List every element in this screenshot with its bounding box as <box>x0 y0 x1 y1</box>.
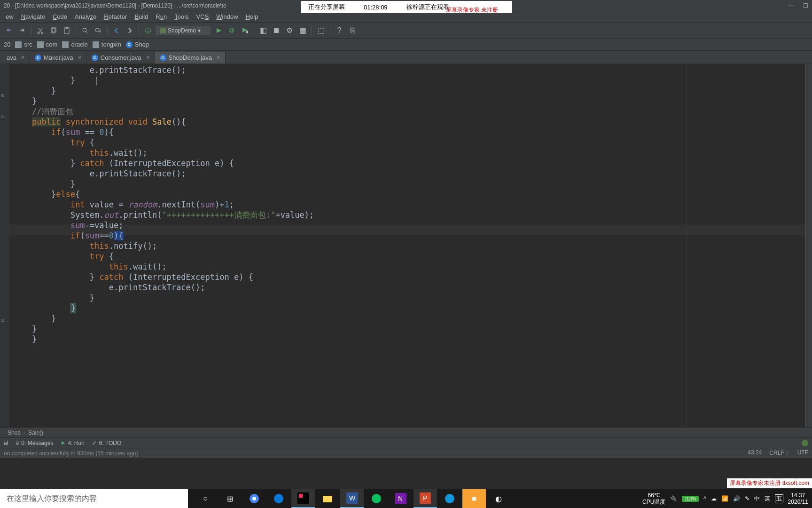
paste-button[interactable] <box>62 25 72 36</box>
tab-java[interactable]: ava✕ <box>2 52 30 64</box>
onenote-icon[interactable]: N <box>389 489 413 508</box>
close-icon[interactable]: ✕ <box>216 55 220 61</box>
ime-wu[interactable]: 五 <box>775 494 783 503</box>
menu-run[interactable]: Run <box>152 12 171 21</box>
menu-help[interactable]: Help <box>242 12 262 21</box>
word-icon[interactable]: W <box>340 489 364 508</box>
crumb-com[interactable]: com <box>37 41 58 48</box>
redo-button[interactable] <box>17 25 27 36</box>
volume-icon[interactable]: 🔊 <box>733 495 740 502</box>
chrome-icon[interactable] <box>242 489 266 508</box>
ime-en[interactable]: 英 <box>765 495 770 503</box>
menu-vcs[interactable]: VCS <box>193 12 213 21</box>
tab-consumer[interactable]: CConsumer.java✕ <box>87 52 155 64</box>
code-editor[interactable]: ⊟ ⊟ ⊟ e.printStackTrace(); } | } } //消费面… <box>0 64 812 427</box>
status-bar: on completed successfully in 930ms (15 m… <box>0 448 812 458</box>
svg-point-14 <box>274 494 283 503</box>
wifi-icon[interactable]: 📶 <box>721 495 728 502</box>
battery-indicator[interactable]: 100% <box>682 496 699 502</box>
scroll-markers[interactable] <box>805 64 812 427</box>
power-icon[interactable]: 🔌 <box>670 495 677 502</box>
onedrive-icon[interactable]: ☁ <box>711 495 717 502</box>
menu-window[interactable]: Window <box>212 12 242 21</box>
run-config-selector[interactable]: ShopDemo ▾ <box>156 26 211 35</box>
menu-view[interactable]: ew <box>2 12 17 21</box>
svg-point-7 <box>95 28 99 32</box>
wechat-icon[interactable] <box>365 489 388 508</box>
tray-chevron-icon[interactable]: ^ <box>703 495 706 502</box>
build-button[interactable] <box>143 25 153 36</box>
maximize-button[interactable]: ☐ <box>803 2 808 9</box>
snipaste-icon[interactable] <box>438 489 461 508</box>
menu-navigate[interactable]: Navigate <box>17 12 49 21</box>
coverage-button[interactable] <box>240 25 250 36</box>
fold-icon[interactable]: ⊟ <box>1 111 7 117</box>
menu-tools[interactable]: Tools <box>171 12 192 21</box>
stop-button[interactable] <box>271 25 281 36</box>
structure-button[interactable]: ▦ <box>297 25 308 36</box>
menu-analyze[interactable]: Analyze <box>71 12 100 21</box>
back-button[interactable] <box>111 25 122 36</box>
find-button[interactable] <box>80 25 90 36</box>
cursor-position[interactable]: 43:24 <box>748 449 762 457</box>
menu-code[interactable]: Code <box>49 12 71 21</box>
ime-zh[interactable]: 中 <box>754 495 760 503</box>
svg-point-0 <box>38 32 39 34</box>
messages-tab[interactable]: ≡ 0: Messages <box>16 440 53 446</box>
crumb-class-name[interactable]: Shop <box>8 429 21 436</box>
crumb-tongxin[interactable]: tongxin <box>93 41 121 48</box>
nav-breadcrumb: 20 src com oracle tongxin CShop <box>0 39 812 51</box>
task-view-icon[interactable]: ⊞ <box>218 489 242 508</box>
editor-gutter[interactable]: ⊟ ⊟ ⊟ <box>0 64 9 427</box>
line-separator[interactable]: CRLF： <box>769 449 789 457</box>
cpu-temp[interactable]: 66℃CPU温度 <box>642 492 665 506</box>
run-tab[interactable]: 4: Run <box>61 440 84 446</box>
terminal-tab[interactable]: al <box>4 440 8 446</box>
clock[interactable]: 14:372020/11 <box>788 492 808 506</box>
svg-rect-5 <box>66 27 68 29</box>
tool-window-tabs: al ≡ 0: Messages 4: Run ✓ 6: TODO <box>0 437 812 448</box>
cut-button[interactable] <box>35 25 46 36</box>
todo-tab[interactable]: ✓ 6: TODO <box>92 440 122 446</box>
settings-button[interactable]: ⚙ <box>284 25 295 36</box>
cortana-icon[interactable]: ○ <box>194 489 217 508</box>
undo-button[interactable] <box>4 25 14 36</box>
explorer-icon[interactable] <box>316 489 339 508</box>
event-log-indicator[interactable] <box>802 440 808 446</box>
run-button[interactable] <box>213 25 224 36</box>
windows-search-input[interactable]: 在这里输入你要搜索的内容 <box>0 489 188 508</box>
menu-refactor[interactable]: Refactor <box>100 12 131 21</box>
close-icon[interactable]: ✕ <box>146 55 150 61</box>
tab-shopdemo[interactable]: CShopDemo.java✕ <box>155 52 226 64</box>
crumb-class[interactable]: CShop <box>126 41 149 48</box>
crumb-module[interactable]: 20 <box>4 41 10 48</box>
fold-icon[interactable]: ⊟ <box>1 90 7 96</box>
sdk-button[interactable]: ⬚ <box>316 25 326 36</box>
help-button[interactable]: ? <box>334 25 344 36</box>
edge-icon[interactable] <box>267 489 290 508</box>
replace-button[interactable] <box>93 25 103 36</box>
close-icon[interactable]: ✕ <box>78 55 82 61</box>
actions-button[interactable]: ⎘ <box>347 25 358 36</box>
crumb-src[interactable]: src <box>15 41 32 48</box>
right-margin-line <box>686 64 687 427</box>
copy-button[interactable] <box>48 25 59 36</box>
forward-button[interactable] <box>125 25 135 36</box>
app-icon[interactable]: ☻ <box>462 489 486 508</box>
profiler-button[interactable]: ◧ <box>258 25 268 36</box>
build-status-message: on completed successfully in 930ms (15 m… <box>4 450 138 457</box>
close-icon[interactable]: ✕ <box>21 55 25 61</box>
powerpoint-icon[interactable]: P <box>414 489 437 508</box>
menu-build[interactable]: Build <box>131 12 152 21</box>
tab-maker[interactable]: CMaker.java✕ <box>30 52 87 64</box>
svg-rect-16 <box>299 494 303 498</box>
crumb-oracle[interactable]: oracle <box>62 41 87 48</box>
file-encoding[interactable]: UTF <box>797 449 808 457</box>
pen-icon[interactable]: ✎ <box>745 495 750 502</box>
fold-icon[interactable]: ⊟ <box>1 315 7 321</box>
debug-button[interactable] <box>226 25 237 36</box>
intellij-icon[interactable] <box>291 489 315 508</box>
minimize-button[interactable]: — <box>788 2 794 9</box>
app2-icon[interactable]: ◐ <box>487 489 510 508</box>
crumb-method-name[interactable]: Sale() <box>28 429 43 436</box>
